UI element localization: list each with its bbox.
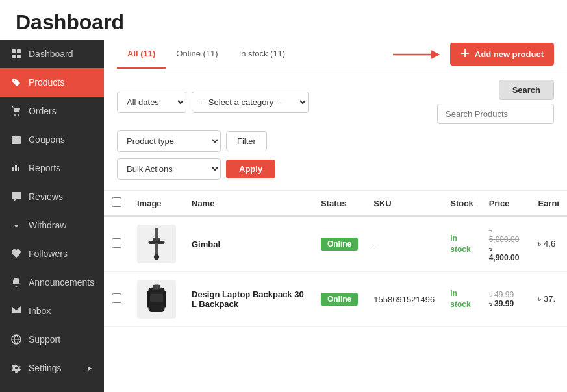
plus-icon — [460, 49, 470, 60]
sidebar-item-reports-label: Reports — [29, 163, 94, 173]
table-header-row: Image Name Status SKU Stock Price Earni — [104, 191, 567, 216]
category-filter[interactable]: – Select a category – — [192, 92, 309, 113]
th-stock: Stock — [442, 191, 481, 216]
sidebar-item-dashboard[interactable]: Dashboard — [0, 40, 104, 68]
row-name-cell: Design Laptop Backpack 30 L Backpack — [184, 272, 313, 327]
gift-icon — [10, 134, 22, 145]
row-sku-cell: – — [366, 216, 442, 272]
status-badge: Online — [321, 238, 358, 251]
svg-rect-5 — [12, 136, 21, 139]
sidebar-item-followers[interactable]: Followers — [0, 239, 104, 268]
row-image-cell — [129, 216, 184, 272]
th-name: Name — [184, 191, 313, 216]
tabs-bar: All (11) Online (11) In stock (11) — [104, 40, 567, 69]
row-checkbox[interactable] — [112, 293, 121, 303]
tab-instock[interactable]: In stock (11) — [229, 40, 296, 69]
table-row: Design Laptop Backpack 30 L Backpack Onl… — [104, 272, 567, 327]
filter-row-3: Bulk Actions Apply — [117, 158, 554, 180]
th-earnings: Earni — [530, 191, 567, 216]
th-checkbox — [104, 191, 129, 216]
arrow-to-button — [393, 48, 445, 61]
row-stock-cell: Instock — [442, 216, 481, 272]
filter-button[interactable]: Filter — [226, 131, 267, 151]
svg-rect-2 — [12, 55, 16, 58]
select-all-checkbox[interactable] — [112, 197, 121, 207]
svg-rect-4 — [12, 138, 21, 144]
row-status-cell: Online — [313, 272, 366, 327]
products-table: Image Name Status SKU Stock Price Earni — [104, 191, 567, 327]
sidebar-item-reports[interactable]: Reports — [0, 154, 104, 182]
sidebar-item-coupons-label: Coupons — [29, 134, 94, 145]
row-checkbox-cell — [104, 272, 129, 327]
svg-rect-0 — [12, 49, 16, 53]
bell-icon — [10, 276, 22, 288]
chevron-right-icon: ► — [86, 364, 94, 372]
tab-all[interactable]: All (11) — [117, 40, 166, 69]
row-stock-cell: Instock — [442, 272, 481, 327]
sidebar-item-withdraw[interactable]: Withdraw — [0, 211, 104, 239]
sidebar-item-settings-label: Settings — [29, 363, 80, 373]
page-title: Dashboard — [16, 10, 551, 34]
svg-rect-17 — [150, 294, 163, 302]
svg-rect-16 — [153, 285, 160, 290]
sidebar-item-settings[interactable]: Settings ► — [0, 354, 104, 382]
th-image: Image — [129, 191, 184, 216]
svg-point-14 — [154, 254, 159, 260]
status-badge: Online — [321, 293, 358, 306]
sidebar-item-coupons[interactable]: Coupons — [0, 125, 104, 154]
sidebar: Dashboard Products Orders — [0, 40, 104, 392]
product-image — [137, 225, 176, 263]
search-button[interactable]: Search — [499, 80, 554, 100]
row-checkbox[interactable] — [112, 238, 121, 248]
sidebar-item-inbox[interactable]: Inbox — [0, 297, 104, 325]
tab-online[interactable]: Online (11) — [166, 40, 228, 69]
sidebar-item-announcements[interactable]: Announcements — [0, 268, 104, 297]
add-product-button[interactable]: Add new product — [450, 43, 554, 66]
product-tabs: All (11) Online (11) In stock (11) — [117, 40, 296, 69]
sidebar-item-dashboard-label: Dashboard — [29, 49, 94, 59]
filters-section: All dates Today This week This month – S… — [104, 69, 567, 191]
sidebar-item-withdraw-label: Withdraw — [29, 220, 94, 230]
download-icon — [10, 219, 22, 231]
gimbal-svg — [140, 228, 173, 260]
bulk-actions-select[interactable]: Bulk Actions — [117, 158, 221, 180]
table-row: Gimbal Online – Instock ৳ 5,000.00 ৳ 4,9… — [104, 216, 567, 272]
svg-rect-13 — [155, 243, 158, 254]
heart-icon — [10, 248, 22, 260]
sidebar-item-reviews-label: Reviews — [29, 191, 94, 202]
sidebar-item-products-label: Products — [29, 77, 94, 88]
th-sku: SKU — [366, 191, 442, 216]
cart-icon — [10, 105, 22, 117]
sidebar-item-products[interactable]: Products — [0, 68, 104, 97]
message-icon — [10, 305, 22, 317]
svg-rect-9 — [461, 53, 469, 54]
row-earnings-cell: ৳ 4,6 — [530, 216, 567, 272]
row-sku-cell: 1558691521496 — [366, 272, 442, 327]
row-image-cell — [129, 272, 184, 327]
row-price-cell: ৳ 5,000.00 ৳ 4,900.00 — [481, 216, 531, 272]
sidebar-item-inbox-label: Inbox — [29, 306, 94, 316]
row-name-cell: Gimbal — [184, 216, 313, 272]
backpack-svg — [140, 283, 173, 315]
globe-icon — [10, 334, 22, 345]
sidebar-item-support-label: Support — [29, 334, 94, 345]
sidebar-item-followers-label: Followers — [29, 249, 94, 259]
product-image — [137, 280, 176, 319]
sidebar-item-orders[interactable]: Orders — [0, 97, 104, 125]
filter-row-1: All dates Today This week This month – S… — [117, 80, 554, 124]
search-products-input[interactable] — [437, 104, 554, 124]
th-status: Status — [313, 191, 366, 216]
row-checkbox-cell — [104, 216, 129, 272]
date-filter[interactable]: All dates Today This week This month — [117, 92, 186, 113]
grid-icon — [10, 48, 22, 60]
apply-button[interactable]: Apply — [226, 160, 275, 178]
svg-rect-10 — [155, 228, 158, 239]
svg-rect-3 — [17, 55, 21, 58]
filter-row-2: Product type Filter — [117, 130, 554, 152]
sidebar-item-orders-label: Orders — [29, 106, 94, 116]
main-content: All (11) Online (11) In stock (11) — [104, 40, 567, 392]
sidebar-item-announcements-label: Announcements — [29, 277, 94, 288]
sidebar-item-reviews[interactable]: Reviews — [0, 182, 104, 211]
sidebar-item-support[interactable]: Support — [0, 325, 104, 354]
product-type-filter[interactable]: Product type — [117, 130, 221, 152]
